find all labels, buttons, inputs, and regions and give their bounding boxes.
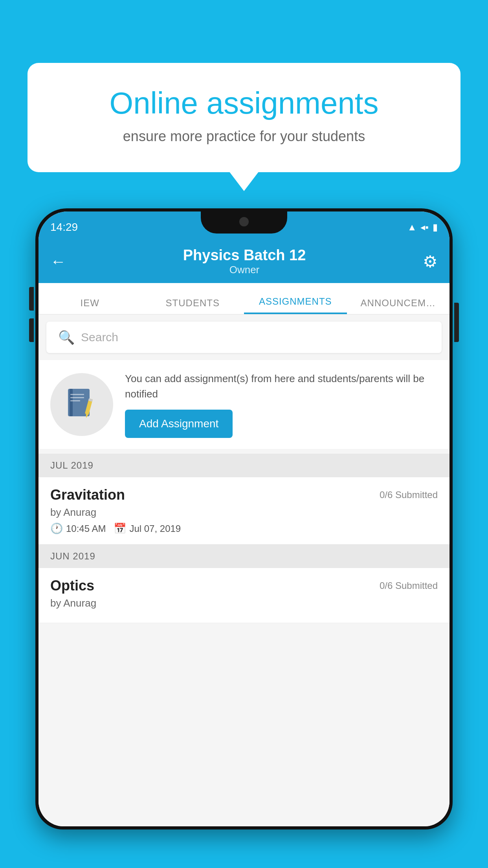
promo-card: You can add assignment(s) from here and … xyxy=(39,360,449,449)
volume-up-button[interactable] xyxy=(29,287,34,311)
app-bar-subtitle: Owner xyxy=(183,264,306,276)
add-assignment-button[interactable]: Add Assignment xyxy=(125,410,233,438)
speech-bubble-container: Online assignments ensure more practice … xyxy=(28,63,460,172)
content-area: 🔍 Search xyxy=(39,314,449,826)
signal-icon: ◂▪ xyxy=(420,222,429,233)
assignment-name-gravitation: Gravitation xyxy=(50,487,125,503)
app-bar-title-block: Physics Batch 12 Owner xyxy=(183,247,306,276)
assignment-meta-gravitation: 🕐 10:45 AM 📅 Jul 07, 2019 xyxy=(50,522,438,535)
speech-bubble: Online assignments ensure more practice … xyxy=(28,63,460,172)
speech-bubble-subtitle: ensure more practice for your students xyxy=(55,128,433,145)
assignment-date-item: 📅 Jul 07, 2019 xyxy=(114,522,181,535)
app-bar-title: Physics Batch 12 xyxy=(183,247,306,264)
svg-rect-4 xyxy=(70,400,80,401)
back-button[interactable]: ← xyxy=(50,253,66,270)
assignment-by-optics: by Anurag xyxy=(50,597,438,609)
assignment-top-optics: Optics 0/6 Submitted xyxy=(50,577,438,594)
assignment-time: 10:45 AM xyxy=(66,523,106,534)
assignment-name-optics: Optics xyxy=(50,577,94,594)
search-bar[interactable]: 🔍 Search xyxy=(46,322,442,353)
tabs-container: IEW STUDENTS ASSIGNMENTS ANNOUNCEM… xyxy=(39,283,449,314)
assignment-submitted-gravitation: 0/6 Submitted xyxy=(380,489,438,500)
assignment-date: Jul 07, 2019 xyxy=(129,523,181,534)
wifi-icon: ▲ xyxy=(407,222,417,233)
phone-mockup: 14:29 ▲ ◂▪ ▮ ← Physics Batch 12 Owner ⚙ xyxy=(35,208,453,868)
assignment-top: Gravitation 0/6 Submitted xyxy=(50,487,438,503)
status-icons: ▲ ◂▪ ▮ xyxy=(407,222,438,233)
svg-rect-2 xyxy=(70,394,84,395)
assignment-submitted-optics: 0/6 Submitted xyxy=(380,580,438,591)
phone-notch xyxy=(201,211,287,234)
tab-students[interactable]: STUDENTS xyxy=(141,298,244,314)
settings-icon[interactable]: ⚙ xyxy=(423,252,438,271)
assignment-item-optics[interactable]: Optics 0/6 Submitted by Anurag xyxy=(39,568,449,623)
front-camera xyxy=(239,217,249,226)
clock-icon: 🕐 xyxy=(50,522,63,535)
svg-rect-1 xyxy=(70,389,73,416)
status-time: 14:29 xyxy=(50,221,78,234)
tab-announcements[interactable]: ANNOUNCEM… xyxy=(347,298,450,314)
assignment-item-gravitation[interactable]: Gravitation 0/6 Submitted by Anurag 🕐 10… xyxy=(39,477,449,544)
tab-iew[interactable]: IEW xyxy=(39,298,141,314)
battery-icon: ▮ xyxy=(433,222,438,233)
promo-text: You can add assignment(s) from here and … xyxy=(125,371,438,402)
assignment-time-item: 🕐 10:45 AM xyxy=(50,522,106,535)
notebook-icon xyxy=(64,387,99,422)
power-button[interactable] xyxy=(454,303,459,342)
app-bar: ← Physics Batch 12 Owner ⚙ xyxy=(39,240,449,283)
section-header-jun2019: JUN 2019 xyxy=(39,544,449,568)
search-placeholder: Search xyxy=(81,331,118,344)
search-icon: 🔍 xyxy=(58,329,75,345)
assignment-by-gravitation: by Anurag xyxy=(50,506,438,519)
section-header-jul2019: JUL 2019 xyxy=(39,454,449,477)
tab-assignments[interactable]: ASSIGNMENTS xyxy=(244,296,347,314)
volume-down-button[interactable] xyxy=(29,318,34,342)
promo-right: You can add assignment(s) from here and … xyxy=(125,371,438,438)
promo-icon-circle xyxy=(50,373,113,436)
calendar-icon: 📅 xyxy=(114,522,126,535)
svg-rect-3 xyxy=(70,397,84,398)
speech-bubble-title: Online assignments xyxy=(55,86,433,120)
